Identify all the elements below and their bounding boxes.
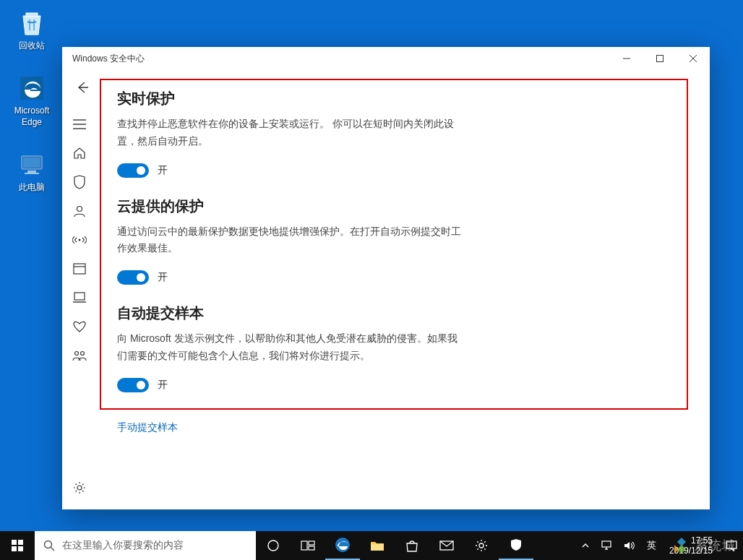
heart-icon	[73, 321, 86, 332]
start-button[interactable]	[0, 531, 35, 560]
svg-rect-7	[657, 56, 663, 62]
signal-icon	[72, 234, 87, 246]
search-placeholder: 在这里输入你要搜索的内容	[62, 539, 184, 552]
window-icon	[73, 263, 86, 275]
svg-rect-22	[18, 540, 23, 545]
toggle-label: 开	[158, 379, 168, 392]
hamburger-icon	[73, 119, 86, 129]
tray-date: 2019/12/15	[669, 546, 713, 556]
tray-ime[interactable]: 英	[641, 531, 662, 560]
taskbar-app-mail[interactable]	[429, 531, 464, 560]
svg-point-34	[479, 543, 484, 548]
tray-clock[interactable]: 17:55 2019/12/15	[662, 535, 720, 556]
realtime-protection-toggle[interactable]	[117, 163, 149, 178]
close-icon	[690, 55, 697, 62]
edge-icon	[335, 537, 351, 553]
svg-point-27	[268, 540, 278, 551]
security-center-window: Windows 安全中心	[62, 47, 710, 509]
taskbar: 在这里输入你要搜索的内容	[0, 531, 743, 560]
taskbar-app-settings[interactable]	[464, 531, 499, 560]
taskbar-app-store[interactable]	[395, 531, 429, 560]
svg-point-25	[45, 541, 52, 548]
svg-point-19	[81, 352, 85, 356]
svg-rect-17	[74, 293, 85, 300]
section-description: 向 Microsoft 发送示例文件，以帮助你和其他人免受潜在威胁的侵害。如果我…	[117, 330, 464, 365]
svg-rect-5	[25, 173, 39, 174]
section-title: 云提供的保护	[117, 197, 671, 216]
gear-icon	[475, 539, 488, 552]
section-title: 实时保护	[117, 89, 671, 108]
mail-icon	[439, 540, 454, 551]
section-description: 查找并停止恶意软件在你的设备上安装或运行。 你可以在短时间内关闭此设置，然后自动…	[117, 116, 464, 150]
network-icon	[601, 540, 612, 551]
section-description: 通过访问云中的最新保护数据更快地提供增强保护。在打开自动示例提交时工作效果最佳。	[117, 223, 464, 258]
sidebar-item-device[interactable]	[62, 283, 97, 312]
this-pc-icon	[17, 150, 46, 179]
desktop-icon-this-pc[interactable]: 此电脑	[4, 150, 59, 194]
search-icon	[43, 540, 55, 551]
desktop-icon-label: 回收站	[4, 40, 59, 52]
svg-rect-35	[602, 541, 611, 547]
content-area: 实时保护 查找并停止恶意软件在你的设备上安装或运行。 你可以在短时间内关闭此设置…	[97, 70, 710, 509]
sidebar-item-family[interactable]	[62, 341, 97, 370]
folder-icon	[370, 540, 385, 551]
svg-point-14	[79, 239, 81, 241]
titlebar: Windows 安全中心	[62, 47, 710, 70]
sidebar-menu-button[interactable]	[62, 110, 97, 139]
cloud-protection-toggle[interactable]	[117, 270, 149, 285]
edge-icon	[17, 74, 46, 103]
tray-chevron[interactable]	[576, 531, 595, 560]
system-tray: 英 17:55 2019/12/15	[576, 531, 743, 560]
sidebar	[62, 70, 97, 509]
taskbar-search[interactable]: 在这里输入你要搜索的内容	[35, 531, 256, 560]
section-title: 自动提交样本	[117, 303, 671, 323]
desktop-icon-label: 此电脑	[4, 182, 59, 194]
sidebar-item-home[interactable]	[62, 139, 97, 168]
desktop: 回收站 Microsoft Edge 此电脑 Windows 安全中心	[0, 0, 743, 560]
sidebar-item-virus[interactable]	[62, 168, 97, 197]
sidebar-item-app-control[interactable]	[62, 254, 97, 283]
maximize-button[interactable]	[643, 47, 677, 70]
section-realtime-protection: 实时保护 查找并停止恶意软件在你的设备上安装或运行。 你可以在短时间内关闭此设置…	[117, 89, 671, 178]
volume-icon	[624, 540, 635, 551]
svg-rect-32	[371, 544, 384, 551]
taskbar-taskview[interactable]	[291, 531, 325, 560]
shield-icon	[73, 175, 86, 189]
auto-sample-toggle[interactable]	[117, 378, 149, 392]
close-button[interactable]	[677, 47, 710, 70]
laptop-icon	[72, 292, 87, 303]
desktop-icon-label: Microsoft Edge	[4, 105, 59, 128]
svg-line-26	[51, 548, 55, 551]
svg-rect-23	[12, 546, 17, 551]
sidebar-item-health[interactable]	[62, 312, 97, 341]
person-icon	[73, 204, 86, 217]
svg-rect-4	[27, 171, 36, 173]
sidebar-item-settings[interactable]	[62, 473, 97, 502]
shield-icon	[510, 538, 522, 551]
tray-notifications[interactable]	[720, 531, 743, 560]
desktop-icon-recycle-bin[interactable]: 回收站	[4, 9, 59, 52]
toggle-label: 开	[158, 271, 168, 284]
taskbar-app-security[interactable]	[499, 531, 533, 560]
recycle-bin-icon	[17, 9, 46, 38]
taskbar-app-edge[interactable]	[325, 531, 360, 560]
tray-volume[interactable]	[618, 531, 641, 560]
home-icon	[73, 147, 86, 160]
svg-rect-3	[23, 158, 40, 168]
minimize-button[interactable]	[610, 47, 643, 70]
cortana-icon	[267, 539, 280, 552]
store-icon	[405, 539, 418, 552]
svg-point-18	[75, 352, 79, 356]
toggle-label: 开	[158, 164, 168, 177]
sidebar-item-account[interactable]	[62, 197, 97, 225]
svg-rect-28	[301, 541, 307, 550]
manual-submit-link[interactable]: 手动提交样本	[117, 421, 178, 434]
desktop-icon-edge[interactable]: Microsoft Edge	[4, 74, 59, 128]
sidebar-item-firewall[interactable]	[62, 225, 97, 254]
maximize-icon	[656, 55, 663, 62]
windows-logo-icon	[12, 540, 23, 551]
svg-rect-24	[18, 546, 23, 551]
taskbar-app-explorer[interactable]	[360, 531, 395, 560]
taskbar-cortana[interactable]	[256, 531, 291, 560]
tray-network[interactable]	[595, 531, 618, 560]
